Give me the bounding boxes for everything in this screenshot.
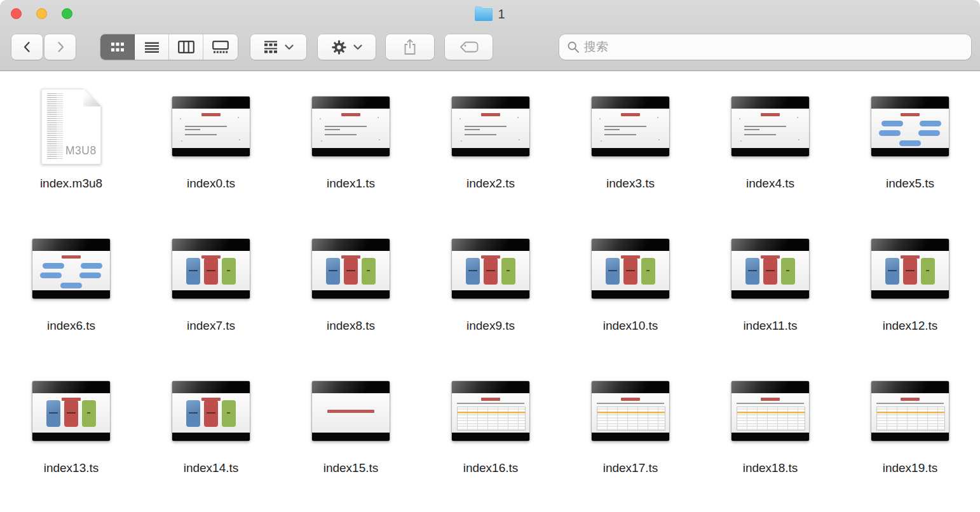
file-name-label: index6.ts <box>47 319 95 333</box>
file-item[interactable]: M3U8 index2.ts <box>421 71 561 213</box>
file-thumbnail[interactable]: M3U8 <box>421 365 561 457</box>
file-thumbnail[interactable]: M3U8 <box>1 80 141 173</box>
file-thumbnail[interactable]: M3U8 <box>840 365 980 457</box>
back-button[interactable] <box>11 34 43 60</box>
letterbox-top-bar <box>172 97 250 109</box>
file-thumbnail[interactable]: M3U8 <box>561 222 700 315</box>
file-thumbnail[interactable]: M3U8 <box>281 80 421 173</box>
file-thumbnail[interactable]: M3U8 <box>421 80 561 173</box>
file-name-label: index8.ts <box>327 319 375 333</box>
video-frame-thumbnail <box>871 97 949 156</box>
search-input[interactable] <box>584 40 963 54</box>
letterbox-top-bar <box>732 239 809 251</box>
slide-body-graphics <box>312 393 390 433</box>
gear-icon <box>331 39 347 55</box>
file-name-label: index19.ts <box>883 461 938 475</box>
letterbox-top-bar <box>312 97 390 109</box>
file-item[interactable]: M3U8 index8.ts <box>281 213 421 356</box>
file-item[interactable]: M3U8 index7.ts <box>141 213 281 356</box>
file-thumbnail[interactable]: M3U8 <box>561 365 700 457</box>
letterbox-bottom-bar <box>312 148 390 156</box>
file-item[interactable]: M3U8 index15.ts <box>281 356 421 498</box>
list-view-button[interactable] <box>135 34 169 60</box>
file-thumbnail[interactable]: M3U8 <box>141 80 281 173</box>
letterbox-bottom-bar <box>172 290 250 299</box>
file-item[interactable]: M3U8 index13.ts <box>1 356 141 498</box>
file-thumbnail[interactable]: M3U8 <box>281 222 421 315</box>
file-item[interactable]: M3U8 index19.ts <box>840 356 980 498</box>
file-item[interactable]: M3U8 index.m3u8 <box>1 71 141 213</box>
slide-body-graphics <box>592 109 669 148</box>
letterbox-bottom-bar <box>592 148 669 156</box>
file-item[interactable]: M3U8 index1.ts <box>281 71 421 213</box>
slide-content <box>312 393 390 433</box>
column-view-button[interactable] <box>169 34 203 60</box>
file-thumbnail[interactable]: M3U8 <box>1 222 141 315</box>
action-menu-button[interactable] <box>318 34 376 60</box>
file-item[interactable]: M3U8 index9.ts <box>421 213 561 356</box>
file-thumbnail[interactable]: M3U8 <box>700 365 840 457</box>
file-item[interactable]: M3U8 index0.ts <box>141 71 281 213</box>
file-item[interactable]: M3U8 index4.ts <box>700 71 840 213</box>
letterbox-bottom-bar <box>871 433 949 441</box>
title-bar[interactable]: 1 <box>0 0 980 28</box>
slide-content <box>172 109 250 148</box>
letterbox-bottom-bar <box>312 433 390 441</box>
document-text-lines <box>47 93 63 160</box>
file-item[interactable]: M3U8 index17.ts <box>561 356 700 498</box>
file-thumbnail[interactable]: M3U8 <box>840 222 980 315</box>
file-item[interactable]: M3U8 index12.ts <box>840 213 980 356</box>
slide-content <box>32 393 110 433</box>
video-frame-thumbnail <box>452 97 529 156</box>
letterbox-top-bar <box>452 381 529 393</box>
file-thumbnail[interactable]: M3U8 <box>561 80 700 173</box>
file-browser-content[interactable]: M3U8 index.m3u8 M3U8 <box>0 71 980 511</box>
letterbox-top-bar <box>592 381 669 393</box>
file-thumbnail[interactable]: M3U8 <box>281 365 421 457</box>
file-name-label: index13.ts <box>44 461 99 475</box>
video-frame-thumbnail <box>592 381 669 441</box>
file-item[interactable]: M3U8 index16.ts <box>421 356 561 498</box>
letterbox-top-bar <box>871 97 949 109</box>
file-item[interactable]: M3U8 index10.ts <box>561 213 700 356</box>
letterbox-top-bar <box>871 239 949 251</box>
letterbox-bottom-bar <box>312 290 390 299</box>
letterbox-bottom-bar <box>732 290 809 299</box>
file-thumbnail[interactable]: M3U8 <box>840 80 980 173</box>
file-thumbnail[interactable]: M3U8 <box>700 80 840 173</box>
letterbox-bottom-bar <box>592 433 669 441</box>
letterbox-bottom-bar <box>172 148 250 156</box>
file-name-label: index1.ts <box>327 177 375 191</box>
letterbox-top-bar <box>452 239 529 251</box>
slide-content <box>452 251 529 290</box>
tags-button[interactable] <box>445 34 493 60</box>
file-thumbnail[interactable]: M3U8 <box>141 222 281 315</box>
view-mode-segmented-control <box>100 34 238 60</box>
letterbox-bottom-bar <box>732 433 809 441</box>
slide-body-graphics <box>871 251 949 290</box>
gallery-view-icon <box>212 41 229 53</box>
group-by-button[interactable] <box>250 34 306 60</box>
video-frame-thumbnail <box>312 381 390 441</box>
search-field[interactable] <box>559 34 971 60</box>
file-item[interactable]: M3U8 index3.ts <box>561 71 700 213</box>
slide-body-graphics <box>732 251 809 290</box>
forward-button[interactable] <box>44 34 76 60</box>
file-item[interactable]: M3U8 index5.ts <box>840 71 980 213</box>
share-button[interactable] <box>386 34 434 60</box>
file-thumbnail[interactable]: M3U8 <box>141 365 281 457</box>
icon-view-button[interactable] <box>100 34 135 60</box>
file-thumbnail[interactable]: M3U8 <box>700 222 840 315</box>
slide-body-graphics <box>32 251 110 290</box>
file-item[interactable]: M3U8 index14.ts <box>141 356 281 498</box>
slide-content <box>732 109 809 148</box>
file-item[interactable]: M3U8 index6.ts <box>1 213 141 356</box>
slide-body-graphics <box>592 393 669 433</box>
file-thumbnail[interactable]: M3U8 <box>421 222 561 315</box>
list-view-icon <box>144 41 160 53</box>
file-item[interactable]: M3U8 index18.ts <box>700 356 840 498</box>
chevron-right-icon <box>53 40 67 54</box>
gallery-view-button[interactable] <box>203 34 238 60</box>
file-item[interactable]: M3U8 index11.ts <box>700 213 840 356</box>
file-thumbnail[interactable]: M3U8 <box>1 365 141 457</box>
